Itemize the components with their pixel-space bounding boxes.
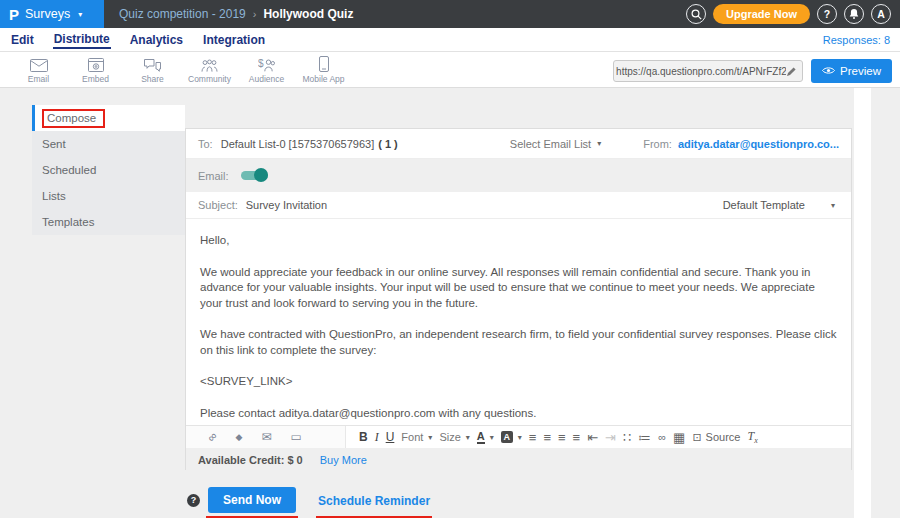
subject-value[interactable]: Survey Invitation [246,199,327,211]
template-dropdown[interactable]: Default Template ▾ [723,199,839,211]
chevron-down-icon: ▾ [78,10,82,19]
topbar-actions: Upgrade Now ? A [686,4,900,24]
sidebar-item-scheduled[interactable]: Scheduled [32,157,185,183]
hyperlink-icon[interactable]: ∞ [658,431,666,443]
size-dropdown[interactable]: Size ▾ [439,431,469,443]
breadcrumb-folder[interactable]: Quiz competition - 2019 [119,7,246,21]
source-label: Source [706,431,741,443]
search-icon[interactable] [686,4,706,24]
select-email-list-dropdown[interactable]: Select Email List ▾ [510,138,601,150]
align-left-icon[interactable]: ≡ [529,430,537,445]
bullet-list-icon[interactable]: ∷ [623,430,631,445]
channel-embed[interactable]: Embed [67,56,124,84]
remove-format-button[interactable]: Tx [747,429,757,445]
numbered-list-icon[interactable]: ≔ [638,430,651,445]
italic-button[interactable]: I [375,430,379,445]
tab-analytics[interactable]: Analytics [129,31,184,48]
insert-link-icon[interactable]: ∞ [204,429,220,445]
upgrade-now-button[interactable]: Upgrade Now [713,4,810,24]
text-color-letter: A [477,431,485,444]
chevron-down-icon: ▾ [597,139,601,148]
body-paragraph: Hello, [200,233,837,249]
text-color-button[interactable]: A ▾ [477,431,494,444]
source-doc-icon: ⊡ [692,431,701,444]
schedule-reminder-link[interactable]: Schedule Reminder [318,494,430,508]
bottom-actions: ? Send Now Schedule Reminder [187,487,430,513]
help-button[interactable]: ? [817,4,837,24]
to-row: To: Default List-0 [1575370657963] ( 1 )… [186,129,851,159]
body-paragraph: <SURVEY_LINK> [200,374,837,390]
sidebar-item-label: Scheduled [42,164,96,176]
edit-url-pencil-icon[interactable] [786,66,797,77]
align-justify-icon[interactable]: ≡ [573,430,581,445]
insert-tools-group: ∞ ◆ ✉ ▭ [186,426,346,448]
bold-button[interactable]: B [359,430,368,444]
breadcrumb-survey-name: Hollywood Quiz [263,7,353,21]
channel-label: Audience [249,74,284,84]
insert-button-icon[interactable]: ▭ [291,430,302,444]
buy-more-link[interactable]: Buy More [320,454,367,466]
tab-edit[interactable]: Edit [10,31,35,48]
distribute-channel-bar: Email Embed Share Community $ Audience [0,52,900,88]
credit-row: Available Credit: $ 0 Buy More [186,448,851,471]
channel-community[interactable]: Community [181,56,238,84]
from-email-value[interactable]: aditya.datar@questionpro.co... [678,138,839,150]
chevron-down-icon: ▾ [831,201,835,210]
merge-tag-icon[interactable]: ◆ [236,432,243,442]
sidebar-item-compose[interactable]: Compose [32,105,185,131]
tab-distribute[interactable]: Distribute [53,30,111,49]
align-center-icon[interactable]: ≡ [543,430,551,445]
editor-toolbar: ∞ ◆ ✉ ▭ B I U Font ▾ Size ▾ [186,425,851,448]
send-now-wrap: Send Now [208,487,296,513]
subject-label: Subject: [198,199,238,211]
help-tooltip-icon[interactable]: ? [187,494,200,507]
email-icon [30,56,48,72]
font-dropdown[interactable]: Font ▾ [401,431,432,443]
schedule-reminder-wrap: Schedule Reminder [318,491,430,509]
preview-button[interactable]: Preview [811,59,892,83]
notifications-bell-icon[interactable] [844,4,864,24]
embed-icon [88,56,104,72]
breadcrumb-separator: › [253,8,257,20]
source-button[interactable]: ⊡ Source [692,431,740,444]
indent-icon[interactable]: ⇥ [605,430,616,445]
topbar: P Surveys ▾ Quiz competition - 2019 › Ho… [0,0,900,28]
align-right-icon[interactable]: ≡ [558,430,566,445]
insert-image-icon[interactable]: ▦ [673,430,685,445]
surveys-menu[interactable]: P Surveys ▾ [0,0,104,28]
background-color-button[interactable]: A ▾ [501,431,522,443]
share-chat-icon [144,56,161,72]
email-body-editor[interactable]: Hello, We would appreciate your feedback… [186,219,851,425]
channel-share[interactable]: Share [124,56,181,84]
survey-url-input[interactable] [616,66,786,77]
sidebar-item-lists[interactable]: Lists [32,183,185,209]
formatting-tools-group: B I U Font ▾ Size ▾ A ▾ [346,426,851,448]
scrollbar-track[interactable] [854,88,871,518]
underline-button[interactable]: U [386,430,395,444]
user-avatar[interactable]: A [871,4,891,24]
sidebar-item-sent[interactable]: Sent [32,131,185,157]
sidebar-item-templates[interactable]: Templates [32,209,185,235]
chevron-down-icon: ▾ [466,433,470,442]
sidebar-item-label: Lists [42,190,66,202]
channel-email[interactable]: Email [10,56,67,84]
survey-tabbar: Edit Distribute Analytics Integration Re… [0,28,900,52]
chevron-down-icon: ▾ [518,433,522,442]
send-now-button[interactable]: Send Now [208,487,296,513]
to-list-value: Default List-0 [1575370657963] [221,138,375,150]
outdent-icon[interactable]: ⇤ [587,430,598,445]
channel-mobile-app[interactable]: Mobile App [295,56,352,84]
font-dropdown-label: Font [401,431,423,443]
app-name: Surveys [25,7,70,21]
channel-audience[interactable]: $ Audience [238,56,295,84]
channel-label: Community [188,74,231,84]
body-paragraph: We would appreciate your feedback in our… [200,265,837,312]
insert-email-icon[interactable]: ✉ [261,430,271,444]
breadcrumb: Quiz competition - 2019 › Hollywood Quiz [119,7,353,21]
tab-integration[interactable]: Integration [202,31,266,48]
from-field: From: aditya.datar@questionpro.co... [643,138,839,150]
toggle-knob [254,168,268,182]
responses-count[interactable]: Responses: 8 [823,34,890,46]
email-toggle-switch[interactable] [241,170,268,181]
subject-row: Subject: Survey Invitation Default Templ… [186,192,851,219]
